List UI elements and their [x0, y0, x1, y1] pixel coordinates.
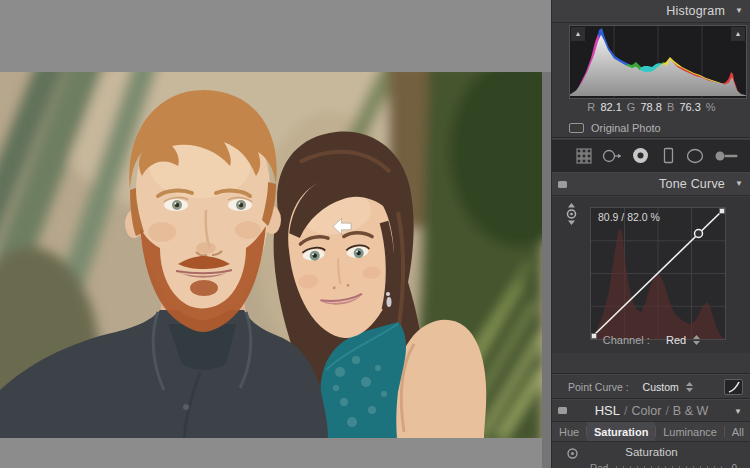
channel-stepper-icon[interactable] [693, 335, 700, 347]
red-eye-tool-icon[interactable] [632, 147, 649, 164]
tone-curve-chart [591, 208, 725, 339]
shadow-clipping-toggle[interactable]: ▲ [571, 27, 585, 41]
red-slider-value[interactable]: 0 [731, 463, 737, 468]
tab-luminance[interactable]: Luminance [656, 422, 724, 441]
histogram-title: Histogram [666, 4, 725, 18]
channel-select[interactable]: Red [666, 334, 686, 346]
tab-saturation[interactable]: Saturation [587, 422, 655, 441]
adjustment-brush-tool-icon[interactable] [714, 148, 739, 164]
point-curve-row: Point Curve : Custom [552, 376, 750, 398]
b-value: 76.3 [677, 101, 702, 113]
tone-curve-title: Tone Curve [659, 177, 725, 191]
histogram-box[interactable]: ▲ ▲ [569, 25, 747, 99]
hsl-tabs: Hue Saturation Luminance All [552, 421, 750, 442]
r-value: 82.1 [598, 101, 623, 113]
panel-marker-icon[interactable] [558, 181, 567, 188]
tone-curve-section: 80.9 / 82.0 % Channel : Red [552, 197, 750, 353]
b-label: B [667, 101, 674, 113]
spot-removal-tool-icon[interactable] [602, 148, 622, 164]
point-curve-stepper-icon[interactable] [686, 377, 693, 399]
collapse-triangle-icon[interactable]: ▼ [735, 6, 743, 15]
tone-curve-panel-header[interactable]: Tone Curve ▼ [552, 173, 750, 196]
curve-point-readout: 80.9 / 82.0 % [598, 211, 660, 223]
edit-point-curve-button[interactable] [724, 379, 743, 395]
channel-row: Channel : Red [552, 334, 750, 347]
bw-mode[interactable]: B & W [673, 404, 708, 418]
red-slider-label: Red [590, 463, 608, 468]
crop-tool-icon[interactable] [576, 148, 592, 164]
right-panel: Histogram ▼ ▲ ▲ R 82.1 G 78.8 [551, 0, 750, 468]
red-saturation-slider-partial[interactable]: Red 0 [552, 462, 750, 468]
saturation-section: Saturation [552, 444, 750, 462]
earring [386, 292, 390, 296]
photo-illustration [0, 72, 542, 438]
original-photo-label: Original Photo [591, 122, 661, 134]
tone-curve-plot[interactable]: 80.9 / 82.0 % [590, 207, 726, 340]
collapse-triangle-icon[interactable]: ▼ [735, 179, 743, 188]
curve-control-point[interactable] [695, 230, 703, 238]
divider [552, 137, 750, 139]
tab-hue[interactable]: Hue [552, 422, 586, 441]
curve-endpoint-highlights[interactable] [720, 209, 725, 214]
canvas-gutter [542, 72, 551, 468]
saturation-section-title: Saturation [552, 446, 750, 458]
histogram-panel-header[interactable]: Histogram ▼ [552, 0, 750, 23]
original-photo-row[interactable]: Original Photo [569, 120, 661, 136]
point-curve-label: Point Curve : [568, 381, 629, 393]
divider [552, 373, 750, 375]
channel-label: Channel : [603, 334, 650, 346]
graduated-filter-tool-icon[interactable] [660, 147, 676, 164]
targeted-adjustment-tool-icon[interactable] [565, 203, 578, 229]
tool-strip [552, 140, 750, 171]
rgb-readout: R 82.1 G 78.8 B 76.3 % [552, 101, 750, 113]
highlight-clipping-toggle[interactable]: ▲ [731, 27, 745, 41]
g-label: G [627, 101, 636, 113]
hsl-mode[interactable]: HSL [595, 403, 620, 418]
original-photo-checkbox-icon[interactable] [569, 123, 584, 133]
color-mode[interactable]: Color [632, 404, 662, 418]
photo-canvas[interactable] [0, 72, 542, 438]
radial-filter-tool-icon[interactable] [686, 148, 704, 164]
g-value: 78.8 [638, 101, 663, 113]
percent-sign: % [706, 101, 716, 113]
histogram-chart [570, 26, 746, 98]
divider [552, 398, 750, 400]
collapse-triangle-icon[interactable]: ▼ [734, 407, 742, 416]
tab-all[interactable]: All [725, 422, 750, 441]
r-label: R [587, 101, 595, 113]
point-curve-select[interactable]: Custom [643, 381, 679, 393]
